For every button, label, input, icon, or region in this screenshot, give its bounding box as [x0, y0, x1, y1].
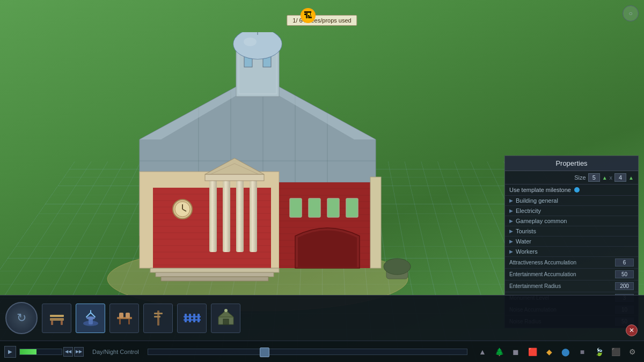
- svg-rect-73: [50, 315, 64, 317]
- cube-tool[interactable]: ■: [575, 344, 590, 359]
- tool-fountain[interactable]: [76, 304, 105, 333]
- bottom-toolbar: ↻: [0, 295, 644, 341]
- zone-tool[interactable]: 🟥: [525, 344, 540, 359]
- size-width: 5: [588, 173, 600, 182]
- blue-fence-svg: [182, 308, 202, 328]
- size-height: 4: [614, 173, 626, 182]
- svg-rect-44: [250, 177, 257, 252]
- svg-rect-72: [50, 318, 64, 321]
- size-width-arrow[interactable]: ▲: [602, 175, 608, 181]
- tool-gazebo[interactable]: [211, 304, 240, 333]
- bottom-toolbar-2: ▶ ◀◀ ▶▶ Day/Night Control ▲🌲◼🟥◆⬤■🍃⬛⚙: [0, 341, 644, 362]
- use-template-checkbox[interactable]: [574, 187, 580, 193]
- svg-rect-45: [205, 174, 264, 181]
- section-arrow: ▶: [509, 228, 513, 234]
- svg-rect-41: [209, 177, 217, 252]
- svg-point-95: [224, 309, 228, 312]
- bottom-tools-container: ▲🌲◼🟥◆⬤■🍃⬛⚙: [475, 344, 640, 359]
- tool-post[interactable]: [143, 304, 173, 333]
- leaf-tool[interactable]: 🍃: [591, 344, 606, 359]
- circle-tool[interactable]: ⬤: [558, 344, 573, 359]
- section-electricity[interactable]: ▶Electricity: [505, 206, 638, 216]
- svg-rect-80: [119, 319, 121, 324]
- svg-rect-83: [126, 313, 130, 318]
- svg-rect-42: [223, 177, 230, 252]
- stat-label: Attractiveness Accumulation: [509, 260, 576, 265]
- gazebo-svg: [216, 308, 236, 328]
- section-label: Building general: [516, 197, 558, 204]
- svg-rect-43: [236, 177, 244, 252]
- svg-rect-85: [154, 313, 163, 314]
- stat-attractiveness-accumulation: Attractiveness Accumulation6: [505, 257, 638, 269]
- svg-rect-75: [61, 321, 63, 325]
- svg-rect-50: [161, 277, 268, 281]
- panel-title: Properties: [505, 156, 638, 171]
- day-night-thumb: [260, 348, 269, 357]
- worker-icon: 🏗: [301, 8, 316, 23]
- svg-rect-89: [185, 314, 187, 322]
- size-height-arrow[interactable]: ▲: [628, 175, 634, 181]
- section-arrow: ▶: [509, 208, 513, 213]
- stat-entertainment-radius: Entertainment Radius200: [505, 280, 638, 292]
- rotate-icon: ↻: [17, 311, 26, 325]
- use-template-label: Use template milestone: [509, 187, 571, 193]
- svg-point-71: [384, 258, 411, 275]
- svg-rect-91: [193, 314, 195, 322]
- close-button[interactable]: ✕: [626, 324, 638, 336]
- rotate-tool[interactable]: ↻: [5, 302, 38, 334]
- section-workers[interactable]: ▶Workers: [505, 247, 638, 257]
- speed-fill: [20, 349, 36, 354]
- section-label: Electricity: [516, 208, 541, 214]
- play-button[interactable]: ▶: [4, 346, 16, 358]
- section-tourists[interactable]: ▶Tourists: [505, 226, 638, 237]
- fountain-svg: [81, 308, 100, 328]
- stat-value: 6: [615, 258, 634, 267]
- svg-rect-82: [119, 313, 123, 318]
- sections-container: ▶Building general▶Electricity▶Gameplay c…: [505, 196, 638, 257]
- section-label: Water: [516, 238, 531, 245]
- size-x-sep: x: [610, 174, 613, 181]
- svg-point-78: [86, 316, 95, 320]
- section-label: Workers: [516, 248, 538, 255]
- barrel-tool[interactable]: ⬛: [608, 344, 623, 359]
- section-arrow: ▶: [509, 239, 513, 244]
- section-gameplay-common[interactable]: ▶Gameplay common: [505, 216, 638, 226]
- section-water[interactable]: ▶Water: [505, 237, 638, 247]
- svg-rect-66: [309, 198, 320, 217]
- day-night-progress[interactable]: [148, 349, 467, 355]
- speed-next-button[interactable]: ▶▶: [74, 347, 84, 357]
- section-label: Tourists: [516, 228, 536, 234]
- svg-rect-67: [327, 198, 339, 217]
- svg-rect-48: [150, 268, 279, 272]
- road-tool[interactable]: ◆: [541, 344, 557, 359]
- gear-tool[interactable]: ⚙: [625, 344, 640, 359]
- section-arrow: ▶: [509, 218, 513, 224]
- use-template-row[interactable]: Use template milestone: [505, 184, 638, 196]
- stat-label: Entertainment Accumulation: [509, 271, 576, 277]
- svg-rect-69: [370, 177, 381, 268]
- section-arrow: ▶: [509, 249, 513, 254]
- landscape-tool[interactable]: ▲: [475, 344, 490, 359]
- tool-table[interactable]: [109, 304, 139, 333]
- tool-bench[interactable]: [42, 304, 71, 333]
- stat-value: 50: [615, 270, 634, 278]
- speed-prev-button[interactable]: ◀◀: [63, 347, 73, 357]
- speed-bar: [19, 349, 62, 355]
- tree-tool[interactable]: 🌲: [492, 344, 507, 359]
- stat-value: 200: [615, 282, 634, 290]
- svg-rect-68: [346, 198, 358, 217]
- svg-rect-49: [156, 272, 274, 277]
- tool-blue-fence[interactable]: [177, 304, 207, 333]
- size-row: Size 5 ▲ x 4 ▲: [505, 171, 638, 184]
- layers-tool[interactable]: ◼: [508, 344, 523, 359]
- svg-rect-92: [197, 314, 200, 322]
- svg-rect-90: [189, 314, 191, 322]
- section-building-general[interactable]: ▶Building general: [505, 196, 638, 206]
- corner-icon: ○: [623, 5, 639, 21]
- props-tooltip: 1/ 64 trees/props used: [287, 15, 357, 26]
- svg-rect-81: [128, 319, 130, 324]
- bench-svg: [47, 308, 67, 328]
- post-svg: [149, 308, 168, 328]
- section-arrow: ▶: [509, 198, 513, 203]
- speed-controls: ◀◀ ▶▶: [19, 347, 84, 357]
